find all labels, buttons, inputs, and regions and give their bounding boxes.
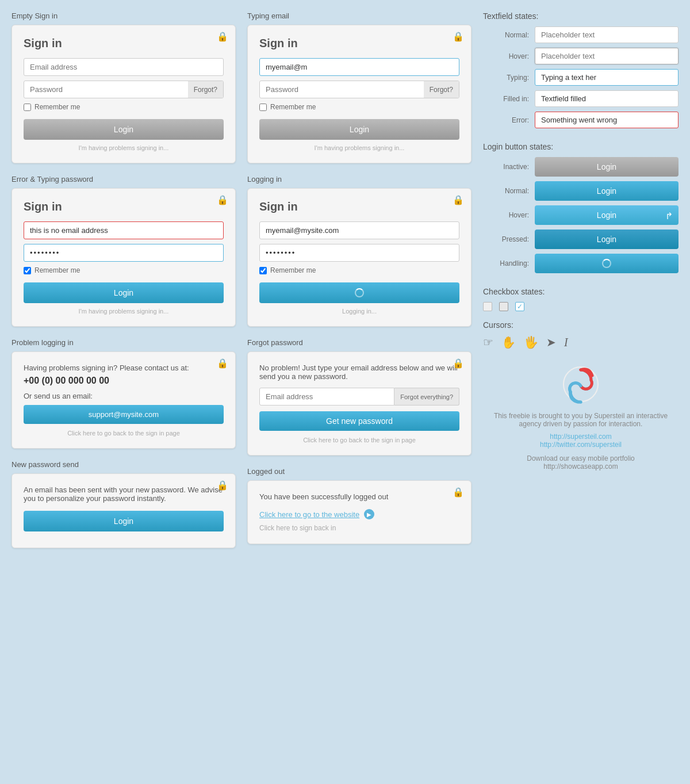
email-input-empty[interactable] [24, 58, 224, 76]
section-error-typing: Error & Typing password 🔒 Sign in Rememb… [12, 175, 236, 327]
signin-heading-logging: Sign in [259, 200, 459, 213]
cursor-hand-open: ✋ [501, 335, 516, 349]
login-button-new-pw[interactable]: Login [24, 511, 224, 531]
go-to-website-link[interactable]: Click here to go to the website [259, 510, 359, 519]
cursor-arrow: ➤ [546, 335, 556, 349]
btn-row-pressed: Pressed: Login [483, 230, 678, 249]
login-button-handling[interactable] [259, 282, 459, 303]
logging-in-card: 🔒 Sign in Remember me Logging in... [247, 188, 471, 327]
btn-label-pressed: Pressed: [483, 235, 529, 243]
section-title-empty: Empty Sign in 🔒 Sign in Forgot? Remember… [12, 12, 236, 163]
problem-text: Having problems signing in? Please conta… [24, 364, 224, 372]
lock-icon-8: 🔒 [453, 487, 464, 498]
remember-checkbox-logging[interactable] [259, 267, 267, 274]
logged-out-text: You have been successfully logged out [259, 492, 459, 501]
btn-demo-inactive[interactable]: Login [535, 157, 678, 177]
btn-row-inactive: Inactive: Login [483, 157, 678, 177]
cursor-text: I [564, 336, 568, 349]
btn-demo-hover[interactable]: Login ↱ [535, 205, 678, 225]
logo-links: http://supersteil.com http://twitter.com… [483, 433, 678, 449]
help-link-typing: I'm having problems signing in... [259, 144, 459, 151]
help-link-error: I'm having problems signing in... [24, 308, 224, 315]
login-button-error[interactable]: Login [24, 282, 224, 303]
remember-checkbox-typing[interactable] [259, 104, 267, 111]
arrow-icon: ▶ [364, 509, 374, 519]
freebie-text: This freebie is brought to you by Supers… [483, 412, 678, 428]
supersteil-link[interactable]: http://supersteil.com [483, 433, 678, 441]
email-input-error[interactable] [24, 221, 224, 239]
remember-label-error: Remember me [34, 266, 80, 274]
state-label-filled: Filled in: [483, 95, 529, 103]
state-row-normal: Normal: [483, 26, 678, 43]
checkbox-states-row: ✓ [483, 302, 678, 311]
password-input-error[interactable] [24, 244, 224, 262]
lock-icon-6: 🔒 [453, 194, 464, 205]
textfield-states-section: Textfield states: Normal: Hover: Typing:… [483, 12, 678, 133]
section-problem: Problem logging in 🔒 Having problems sig… [12, 338, 236, 449]
state-row-filled: Filled in: [483, 90, 678, 107]
forgot-email-input[interactable] [259, 388, 394, 406]
checkbox-states-section: Checkbox states: ✓ [483, 287, 678, 311]
empty-signin-card: 🔒 Sign in Forgot? Remember me Login I'm … [12, 25, 236, 163]
handling-text: Logging in... [259, 308, 459, 315]
state-label-typing: Typing: [483, 74, 529, 82]
state-input-normal[interactable] [535, 26, 678, 43]
state-input-hover[interactable] [535, 48, 678, 64]
lock-icon-4: 🔒 [217, 480, 228, 491]
section-forgot-password: Forgot password 🔒 No problem! Just type … [247, 338, 471, 456]
email-input-logging[interactable] [259, 221, 459, 239]
login-button-empty[interactable]: Login [24, 119, 224, 140]
forgot-everything-button[interactable]: Forgot everything? [394, 388, 459, 406]
checkbox-hover[interactable] [499, 302, 508, 311]
remember-checkbox-empty[interactable] [24, 104, 31, 111]
lock-icon: 🔒 [217, 31, 228, 42]
state-label-normal: Normal: [483, 31, 529, 39]
state-label-error: Error: [483, 116, 529, 124]
twitter-link[interactable]: http://twitter.com/supersteil [483, 441, 678, 449]
back-link-problem[interactable]: Click here to go back to the sign in pag… [24, 430, 224, 437]
lock-icon-7: 🔒 [453, 358, 464, 369]
state-input-filled[interactable] [535, 90, 678, 107]
state-row-error: Error: [483, 112, 678, 128]
showcase-link[interactable]: http://showcaseapp.com [543, 462, 618, 471]
login-button-typing[interactable]: Login [259, 119, 459, 140]
state-label-hover: Hover: [483, 52, 529, 60]
back-link-forgot[interactable]: Click here to go back to the sign in pag… [259, 437, 459, 443]
forgot-text: No problem! Just type your email address… [259, 364, 459, 381]
signin-heading-typing: Sign in [259, 37, 459, 50]
btn-label-inactive: Inactive: [483, 163, 529, 171]
remember-label-logging: Remember me [270, 266, 316, 274]
supersteil-logo [561, 364, 601, 404]
btn-demo-handling[interactable] [535, 254, 678, 273]
cursors-row: ☞ ✋ 🖐 ➤ I [483, 335, 678, 349]
checkbox-checked[interactable]: ✓ [515, 302, 524, 311]
btn-demo-normal[interactable]: Login [535, 181, 678, 201]
btn-label-hover: Hover: [483, 211, 529, 219]
btn-label-normal: Normal: [483, 187, 529, 195]
forgot-card: 🔒 No problem! Just type your email addre… [247, 351, 471, 456]
forgot-button-empty[interactable]: Forgot? [188, 81, 223, 98]
state-input-error[interactable] [535, 112, 678, 128]
get-new-password-button[interactable]: Get new password [259, 411, 459, 431]
password-input-logging[interactable] [259, 244, 459, 262]
checkbox-empty[interactable] [483, 302, 492, 311]
email-input-typing[interactable] [259, 58, 459, 76]
btn-demo-pressed[interactable]: Login [535, 230, 678, 249]
cursors-section: Cursors: ☞ ✋ 🖐 ➤ I [483, 320, 678, 349]
email-text: Or send us an email: [24, 392, 224, 400]
forgot-button-typing[interactable]: Forgot? [424, 81, 459, 98]
section-logged-out: Logged out 🔒 You have been successfully … [247, 467, 471, 544]
btn-label-handling: Handling: [483, 259, 529, 267]
lock-icon-5: 🔒 [453, 31, 464, 42]
cursor-hover-indicator: ↱ [665, 211, 673, 221]
remember-label-empty: Remember me [34, 103, 80, 111]
remember-checkbox-error[interactable] [24, 267, 31, 274]
phone-number: +00 (0) 00 000 00 00 [24, 376, 224, 386]
sign-back-in-link[interactable]: Click here to sign back in [259, 524, 459, 532]
btn-row-hover: Hover: Login ↱ [483, 205, 678, 225]
state-input-typing[interactable] [535, 69, 678, 86]
signin-heading-empty: Sign in [24, 37, 224, 50]
signin-heading-error: Sign in [24, 200, 224, 213]
new-password-card: 🔒 An email has been sent with your new p… [12, 473, 236, 548]
email-support-button[interactable]: support@mysite.com [24, 405, 224, 424]
